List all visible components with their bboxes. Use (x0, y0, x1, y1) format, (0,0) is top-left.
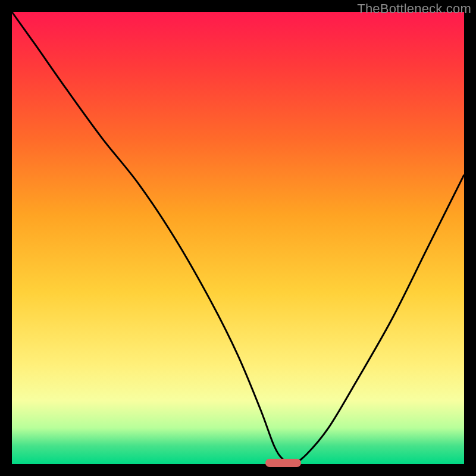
curve-path (12, 12, 464, 464)
optimal-range-marker (265, 459, 302, 467)
chart-frame: TheBottleneck.com (0, 0, 476, 476)
plot-area (12, 12, 464, 464)
bottleneck-curve (12, 12, 464, 464)
watermark-text: TheBottleneck.com (357, 1, 471, 17)
